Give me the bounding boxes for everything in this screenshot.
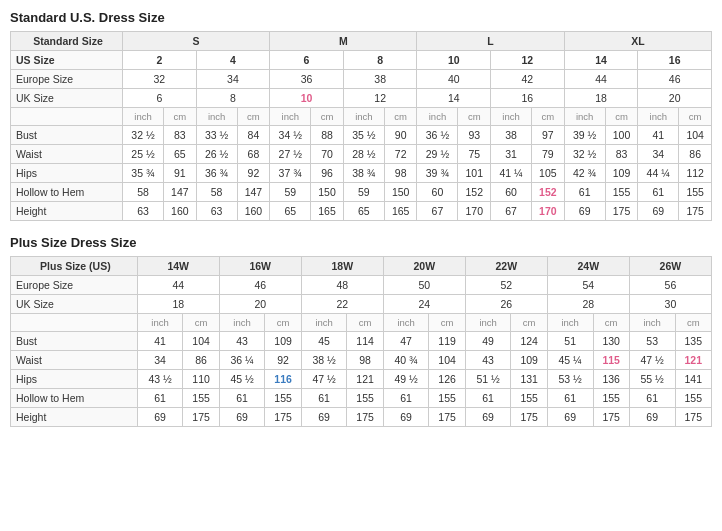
plus-eu-50: 50 [383, 276, 465, 295]
us-size-2: 2 [123, 51, 197, 70]
plus-unit-empty [11, 314, 138, 332]
waist-13: 32 ½ [564, 145, 605, 164]
plus-eu-44: 44 [137, 276, 219, 295]
bust-13: 39 ½ [564, 126, 605, 145]
unit-cm-8: cm [679, 108, 712, 126]
plus-waist-3: 36 ¼ [219, 351, 265, 370]
unit-inch-7: inch [564, 108, 605, 126]
waist-3: 26 ½ [196, 145, 237, 164]
plus-title: Plus Size Dress Size [10, 235, 712, 250]
plus-hollow-2: 155 [183, 389, 219, 408]
bust-label: Bust [11, 126, 123, 145]
plus-bust-6: 114 [347, 332, 383, 351]
unit-cm-3: cm [311, 108, 344, 126]
plus-unit-inch-3: inch [301, 314, 347, 332]
plus-hollow-13: 61 [629, 389, 675, 408]
hollow-6: 150 [311, 183, 344, 202]
uk-6: 6 [123, 89, 197, 108]
plus-waist-11: 45 ¼ [547, 351, 593, 370]
plus-height-14: 175 [675, 408, 711, 427]
plus-hips-6: 121 [347, 370, 383, 389]
plus-eu-54: 54 [547, 276, 629, 295]
unit-inch-8: inch [638, 108, 679, 126]
plus-unit-cm-3: cm [347, 314, 383, 332]
plus-hips-4: 116 [265, 370, 301, 389]
hollow-12: 152 [532, 183, 565, 202]
hollow-3: 58 [196, 183, 237, 202]
plus-eu-52: 52 [465, 276, 547, 295]
us-size-10: 10 [417, 51, 491, 70]
height-2: 160 [164, 202, 197, 221]
waist-14: 83 [605, 145, 638, 164]
plus-height-13: 69 [629, 408, 675, 427]
plus-height-1: 69 [137, 408, 183, 427]
height-12: 170 [532, 202, 565, 221]
height-11: 67 [491, 202, 532, 221]
plus-height-10: 175 [511, 408, 547, 427]
size-group-s: S [123, 32, 270, 51]
plus-unit-inch-5: inch [465, 314, 511, 332]
unit-inch-1: inch [123, 108, 164, 126]
hips-16: 112 [679, 164, 712, 183]
height-5: 65 [270, 202, 311, 221]
plus-hips-7: 49 ½ [383, 370, 429, 389]
uk-16: 16 [491, 89, 565, 108]
plus-bust-2: 104 [183, 332, 219, 351]
us-size-6: 6 [270, 51, 344, 70]
hips-8: 98 [384, 164, 417, 183]
us-size-14: 14 [564, 51, 638, 70]
plus-unit-cm-4: cm [429, 314, 465, 332]
bust-16: 104 [679, 126, 712, 145]
plus-eu-48: 48 [301, 276, 383, 295]
unit-cm-1: cm [164, 108, 197, 126]
plus-dress-size-table: Plus Size (US) 14W 16W 18W 20W 22W 24W 2… [10, 256, 712, 427]
bust-8: 90 [384, 126, 417, 145]
hollow-14: 155 [605, 183, 638, 202]
plus-uk-20: 20 [219, 295, 301, 314]
hollow-13: 61 [564, 183, 605, 202]
bust-1: 32 ½ [123, 126, 164, 145]
plus-hollow-6: 155 [347, 389, 383, 408]
standard-title: Standard U.S. Dress Size [10, 10, 712, 25]
waist-6: 70 [311, 145, 344, 164]
hips-12: 105 [532, 164, 565, 183]
bust-7: 35 ½ [343, 126, 384, 145]
uk-10: 10 [270, 89, 344, 108]
height-14: 175 [605, 202, 638, 221]
hollow-5: 59 [270, 183, 311, 202]
height-16: 175 [679, 202, 712, 221]
plus-unit-inch-7: inch [629, 314, 675, 332]
hips-9: 39 ¾ [417, 164, 458, 183]
plus-hips-11: 53 ½ [547, 370, 593, 389]
plus-waist-7: 40 ¾ [383, 351, 429, 370]
hips-4: 92 [237, 164, 270, 183]
plus-hips-3: 45 ½ [219, 370, 265, 389]
hollow-9: 60 [417, 183, 458, 202]
plus-16w: 16W [219, 257, 301, 276]
europe-size-label: Europe Size [11, 70, 123, 89]
plus-hollow-14: 155 [675, 389, 711, 408]
plus-height-6: 175 [347, 408, 383, 427]
plus-unit-cm-5: cm [511, 314, 547, 332]
plus-unit-cm-7: cm [675, 314, 711, 332]
standard-dress-size-table: Standard Size S M L XL US Size 2 4 6 8 1… [10, 31, 712, 221]
plus-bust-11: 51 [547, 332, 593, 351]
eu-32: 32 [123, 70, 197, 89]
plus-uk-22: 22 [301, 295, 383, 314]
hips-11: 41 ¼ [491, 164, 532, 183]
plus-hollow-5: 61 [301, 389, 347, 408]
waist-11: 31 [491, 145, 532, 164]
plus-waist-label: Waist [11, 351, 138, 370]
plus-waist-9: 43 [465, 351, 511, 370]
uk-14: 14 [417, 89, 491, 108]
plus-waist-1: 34 [137, 351, 183, 370]
plus-hips-2: 110 [183, 370, 219, 389]
uk-8: 8 [196, 89, 270, 108]
eu-42: 42 [491, 70, 565, 89]
plus-eu-46: 46 [219, 276, 301, 295]
plus-hips-8: 126 [429, 370, 465, 389]
unit-inch-2: inch [196, 108, 237, 126]
plus-height-5: 69 [301, 408, 347, 427]
plus-height-7: 69 [383, 408, 429, 427]
eu-34: 34 [196, 70, 270, 89]
